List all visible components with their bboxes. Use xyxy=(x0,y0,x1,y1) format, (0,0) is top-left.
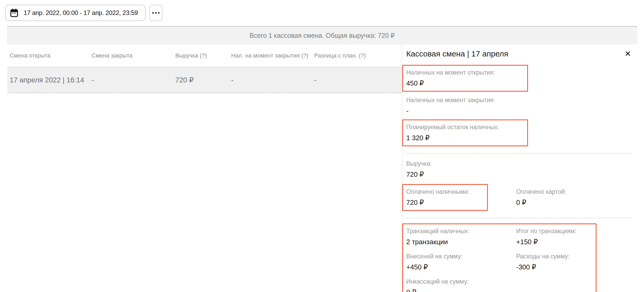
field-label: Планируемый остаток наличных: xyxy=(406,123,523,131)
close-button[interactable]: ✕ xyxy=(625,50,631,58)
column-header-opened: Смена открыта xyxy=(10,52,92,59)
field-transactions-total: Итог по транзакциям: +150 ₽ xyxy=(516,227,592,246)
cell-revenue: 720 ₽ xyxy=(175,76,231,84)
field-label: Итог по транзакциям: xyxy=(516,227,592,235)
field-cash-transactions: Транзакций наличных: 2 транзакции xyxy=(406,227,516,246)
summary-banner: Всего 1 кассовая смена. Общая выручка: 7… xyxy=(7,26,637,44)
field-label: Внесений на сумму: xyxy=(406,252,516,260)
field-value: +450 ₽ xyxy=(406,263,516,272)
more-options-icon xyxy=(152,12,160,14)
main-content: Смена открыта Смена закрыта Выручка (?) … xyxy=(0,44,644,291)
panel-header: Кассовая смена | 17 апреля ✕ xyxy=(406,44,631,63)
field-value: 0 ₽ xyxy=(516,198,631,207)
field-label: Выручка: xyxy=(406,159,631,168)
field-value: -300 ₽ xyxy=(516,263,592,272)
shift-details-panel: Кассовая смена | 17 апреля ✕ Наличных на… xyxy=(402,44,644,291)
field-value: 720 ₽ xyxy=(406,198,483,207)
field-deposits: Внесений на сумму: +450 ₽ xyxy=(406,252,516,272)
cell-opened: 17 апреля 2022 | 16:14 xyxy=(10,76,92,84)
field-revenue: Выручка: 720 ₽ xyxy=(406,159,631,179)
toolbar: 17 апр. 2022, 00:00 - 17 апр. 2022, 23:5… xyxy=(0,0,644,21)
table-row[interactable]: 17 апреля 2022 | 16:14 - 720 ₽ - - xyxy=(7,67,402,93)
column-header-revenue: Выручка (?) xyxy=(175,52,231,59)
column-header-plan-diff: Разница с план. (?) xyxy=(314,52,402,59)
section-divider xyxy=(406,153,631,154)
field-collections: Инкассаций на сумму: 0 ₽ xyxy=(406,277,516,292)
field-value: 1 320 ₽ xyxy=(406,133,523,142)
date-range-picker[interactable]: 17 апр. 2022, 00:00 - 17 апр. 2022, 23:5… xyxy=(5,5,146,21)
field-expenses: Расходы на сумму: -300 ₽ xyxy=(516,252,592,272)
field-value: 0 ₽ xyxy=(406,288,516,292)
field-label: Оплачено наличными: xyxy=(406,187,483,196)
cell-plan-diff: - xyxy=(314,76,402,84)
summary-text: Всего 1 кассовая смена. Общая выручка: 7… xyxy=(250,32,395,39)
date-range-value: 17 апр. 2022, 00:00 - 17 апр. 2022, 23:5… xyxy=(24,9,138,17)
field-paid-cash: Оплачено наличными: 720 ₽ xyxy=(402,184,488,211)
panel-title: Кассовая смена | 17 апреля xyxy=(406,49,508,58)
more-options-button[interactable] xyxy=(149,5,162,21)
field-label: Оплачено картой: xyxy=(516,187,631,196)
cell-cash-at-close: - xyxy=(231,76,314,84)
field-planned-cash: Планируемый остаток наличных: 1 320 ₽ xyxy=(402,119,528,146)
section-divider xyxy=(406,218,631,218)
field-value: 450 ₽ xyxy=(406,79,523,88)
column-header-cash-at-close: Нал. на момент закрытия (?) xyxy=(231,52,314,59)
table-header: Смена открыта Смена закрыта Выручка (?) … xyxy=(0,44,402,67)
field-label: Наличных на момент закрытия: xyxy=(406,96,631,104)
calendar-icon xyxy=(10,8,18,17)
field-value: - xyxy=(406,106,631,115)
payments-row: Оплачено наличными: 720 ₽ Оплачено карто… xyxy=(406,184,631,211)
cash-shifts-screen: 17 апр. 2022, 00:00 - 17 апр. 2022, 23:5… xyxy=(0,0,644,292)
cell-closed: - xyxy=(92,76,175,84)
field-label: Наличных на момент открытия: xyxy=(406,68,523,77)
field-cash-open: Наличных на момент открытия: 450 ₽ xyxy=(402,65,528,92)
field-value: 720 ₽ xyxy=(406,170,631,179)
transactions-summary-box: Транзакций наличных: 2 транзакции Итог п… xyxy=(402,223,597,292)
field-value: +150 ₽ xyxy=(516,237,592,246)
field-paid-card: Оплачено картой: 0 ₽ xyxy=(516,184,631,207)
column-header-closed: Смена закрыта xyxy=(92,52,175,59)
field-label: Инкассаций на сумму: xyxy=(406,277,516,286)
field-value: 2 транзакции xyxy=(406,237,516,246)
field-label: Транзакций наличных: xyxy=(406,227,516,235)
close-icon: ✕ xyxy=(625,49,631,58)
shifts-table: Смена открыта Смена закрыта Выручка (?) … xyxy=(0,44,402,291)
field-label: Расходы на сумму: xyxy=(516,252,592,260)
field-cash-close: Наличных на момент закрытия: - xyxy=(406,96,631,115)
